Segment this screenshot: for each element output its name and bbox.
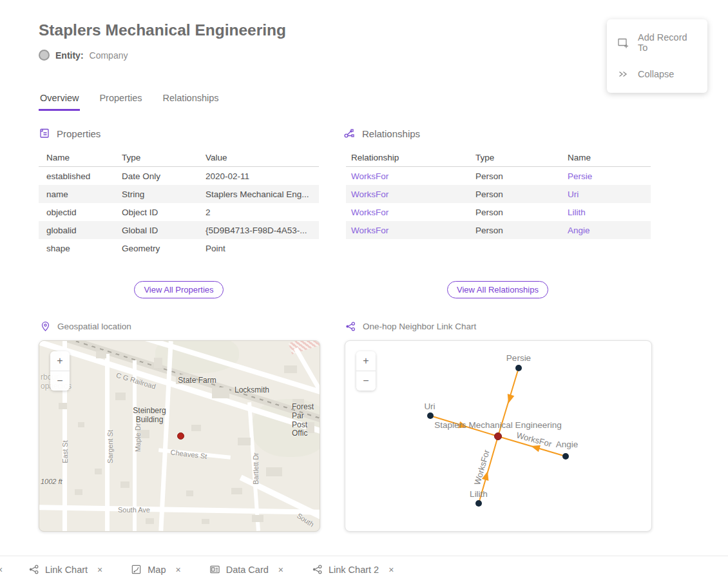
center-node-label: Staplers Mechanical Engineering	[434, 420, 561, 430]
section-title: Relationships	[362, 128, 420, 139]
zoom-in-button[interactable]: +	[356, 351, 376, 371]
zoom-in-button[interactable]: +	[50, 351, 70, 371]
tab-properties[interactable]: Properties	[98, 92, 143, 111]
cell-type: Date Only	[121, 167, 205, 186]
collapse-icon	[617, 68, 629, 80]
link-chart-icon	[28, 564, 39, 575]
map-label: Sargent St	[106, 430, 115, 463]
link-chart-icon	[345, 321, 356, 332]
add-record-icon	[617, 37, 629, 48]
node-lilith[interactable]	[475, 500, 482, 507]
map-pin-icon	[40, 321, 51, 332]
relationship-link[interactable]: WorksFor	[351, 226, 388, 235]
relationships-section-header: Relationships	[343, 128, 420, 139]
map-building	[59, 403, 67, 409]
map-icon	[131, 564, 142, 575]
zoom-out-button[interactable]: −	[50, 371, 70, 391]
entity-link[interactable]: Angie	[568, 226, 590, 235]
tab-relationships[interactable]: Relationships	[162, 92, 220, 111]
node-angie[interactable]	[562, 453, 569, 460]
entity-link[interactable]: Lilith	[568, 208, 586, 217]
map-building	[120, 481, 129, 488]
menu-item-label: Add Record To	[638, 32, 697, 53]
bottom-tab-label: Data Card	[226, 565, 269, 575]
table-header-row: Relationship Type Name	[346, 148, 651, 167]
zoom-out-button[interactable]: −	[356, 371, 376, 391]
tab-overview[interactable]: Overview	[39, 92, 80, 111]
close-icon[interactable]: ×	[176, 565, 181, 575]
cell-type: Person	[475, 203, 567, 221]
map-building	[238, 438, 251, 445]
map-building	[191, 425, 201, 431]
bottom-tab-link-chart[interactable]: Link Chart ×	[28, 564, 102, 575]
node-uri[interactable]	[427, 412, 434, 419]
table-row: shape Geometry Point	[39, 239, 319, 257]
cell-name: objectid	[39, 203, 121, 221]
map-label: East St	[61, 440, 70, 463]
cell-name: shape	[39, 239, 121, 257]
bottom-tab-data-card[interactable]: Data Card ×	[209, 564, 283, 575]
page-title: Staplers Mechanical Engineering	[39, 21, 286, 39]
table-row: WorksFor Person Persie	[346, 167, 651, 186]
cell-type: Global ID	[121, 221, 205, 239]
menu-item-collapse[interactable]: Collapse	[607, 61, 707, 88]
one-hop-link-chart[interactable]: Staplers Mechanical Engineering Persie U…	[345, 340, 652, 532]
cell-value: Staplers Mechanical Eng...	[205, 185, 319, 203]
map-building	[154, 358, 162, 368]
view-all-properties-wrap: View All Properties	[39, 281, 319, 298]
node-label: Angie	[556, 440, 579, 449]
view-all-properties-button[interactable]: View All Properties	[134, 281, 223, 298]
cell-type: Geometry	[121, 239, 205, 257]
entity-type-icon	[39, 50, 50, 61]
entity-link[interactable]: Persie	[568, 171, 592, 181]
link-chart-section-header: One-hop Neighbor Link Chart	[345, 321, 476, 332]
map-road	[39, 505, 320, 515]
node-label: Uri	[424, 402, 435, 411]
map-label: Locksmith	[235, 386, 269, 395]
bottom-tab-label: Link Chart 2	[329, 565, 379, 575]
map-label: Maple Dr	[134, 423, 142, 452]
map-building	[252, 515, 263, 522]
entity-location-marker[interactable]	[177, 432, 184, 440]
cell-name: name	[39, 185, 121, 203]
relationships-icon	[343, 128, 356, 139]
context-menu: Add Record To Collapse	[607, 19, 707, 93]
bottom-tab-link-chart-2[interactable]: Link Chart 2 ×	[312, 564, 394, 575]
node-center[interactable]	[495, 433, 502, 440]
node-persie[interactable]	[515, 365, 522, 371]
map-building	[186, 490, 193, 496]
relationship-link[interactable]: WorksFor	[351, 208, 388, 217]
map-building	[95, 469, 102, 474]
view-all-relationships-button[interactable]: View All Relationships	[447, 281, 548, 298]
menu-item-add-record-to[interactable]: Add Record To	[607, 24, 707, 61]
close-icon[interactable]: ×	[278, 565, 283, 575]
relationship-link[interactable]: WorksFor	[351, 171, 388, 181]
section-title: Geospatial location	[57, 322, 131, 331]
map-building	[284, 365, 297, 373]
properties-section-header: Properties	[39, 128, 101, 139]
cell-type: Person	[475, 221, 567, 239]
entity-label: Entity:	[55, 50, 84, 61]
relationship-link[interactable]: WorksFor	[351, 189, 388, 199]
bottom-tab-bar: × Link Chart × Map ×	[0, 556, 728, 582]
entity-link[interactable]: Uri	[568, 189, 579, 199]
geospatial-section-header: Geospatial location	[40, 321, 131, 332]
relationships-table: Relationship Type Name WorksFor Person P…	[346, 148, 651, 239]
cell-type: Person	[475, 167, 567, 186]
table-row: WorksFor Person Angie	[346, 221, 651, 239]
cell-value: 2020-02-11	[205, 167, 319, 186]
col-header-type: Type	[475, 148, 567, 167]
map-label: Forest Par Post Offic	[292, 403, 320, 438]
geospatial-map[interactable]: C G Railroad State Farm Locksmith Steinb…	[39, 340, 320, 532]
close-icon[interactable]: ×	[0, 565, 9, 575]
map-label: Steinberg Building	[133, 407, 166, 425]
section-title: Properties	[57, 128, 101, 139]
map-building	[96, 351, 106, 358]
link-chart-canvas	[345, 341, 651, 531]
cell-type: Object ID	[121, 203, 205, 221]
link-chart-icon	[312, 564, 323, 575]
close-icon[interactable]: ×	[388, 565, 394, 575]
bottom-tab-map[interactable]: Map ×	[131, 564, 180, 575]
close-icon[interactable]: ×	[97, 565, 102, 575]
link-chart-zoom-control: + −	[356, 351, 376, 391]
